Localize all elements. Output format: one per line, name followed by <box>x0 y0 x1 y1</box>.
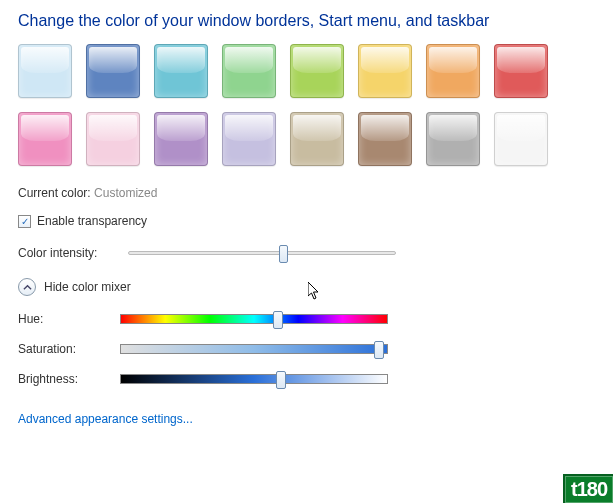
color-swatch-sun[interactable] <box>358 44 412 98</box>
advanced-appearance-link[interactable]: Advanced appearance settings... <box>18 412 193 426</box>
color-swatch-twilight[interactable] <box>86 44 140 98</box>
brightness-label: Brightness: <box>18 372 120 386</box>
color-swatch-chocolate[interactable] <box>358 112 412 166</box>
color-swatch-lavender[interactable] <box>222 112 276 166</box>
color-intensity-slider[interactable] <box>128 251 396 255</box>
current-color-value: Customized <box>94 186 157 200</box>
hue-row: Hue: <box>18 312 595 326</box>
color-swatch-blush[interactable] <box>86 112 140 166</box>
color-swatch-slate[interactable] <box>426 112 480 166</box>
color-swatch-sea[interactable] <box>154 44 208 98</box>
enable-transparency-checkbox[interactable]: ✓ <box>18 215 31 228</box>
brightness-thumb[interactable] <box>276 371 286 389</box>
enable-transparency-row[interactable]: ✓ Enable transparency <box>18 214 595 228</box>
chevron-up-icon <box>18 278 36 296</box>
current-color-row: Current color: Customized <box>18 186 595 200</box>
color-intensity-thumb[interactable] <box>279 245 288 263</box>
color-swatch-grid <box>18 44 578 166</box>
saturation-row: Saturation: <box>18 342 595 356</box>
saturation-slider[interactable] <box>120 344 388 354</box>
hue-slider[interactable] <box>120 314 388 324</box>
color-mixer-toggle-label: Hide color mixer <box>44 280 131 294</box>
watermark-badge: t180 <box>563 474 613 503</box>
color-swatch-violet[interactable] <box>154 112 208 166</box>
color-swatch-ruby[interactable] <box>494 44 548 98</box>
page-title: Change the color of your window borders,… <box>18 12 595 30</box>
saturation-label: Saturation: <box>18 342 120 356</box>
enable-transparency-label: Enable transparency <box>37 214 147 228</box>
color-swatch-frost[interactable] <box>494 112 548 166</box>
current-color-label: Current color: <box>18 186 91 200</box>
hue-label: Hue: <box>18 312 120 326</box>
brightness-slider[interactable] <box>120 374 388 384</box>
brightness-row: Brightness: <box>18 372 595 386</box>
color-intensity-label: Color intensity: <box>18 246 120 260</box>
hue-thumb[interactable] <box>273 311 283 329</box>
color-intensity-row: Color intensity: <box>18 246 595 260</box>
color-swatch-pumpkin[interactable] <box>426 44 480 98</box>
color-swatch-fuchsia[interactable] <box>18 112 72 166</box>
saturation-thumb[interactable] <box>374 341 384 359</box>
color-swatch-taupe[interactable] <box>290 112 344 166</box>
color-swatch-sky[interactable] <box>18 44 72 98</box>
color-swatch-lime[interactable] <box>290 44 344 98</box>
color-mixer-toggle[interactable]: Hide color mixer <box>18 278 595 296</box>
color-swatch-leaf[interactable] <box>222 44 276 98</box>
